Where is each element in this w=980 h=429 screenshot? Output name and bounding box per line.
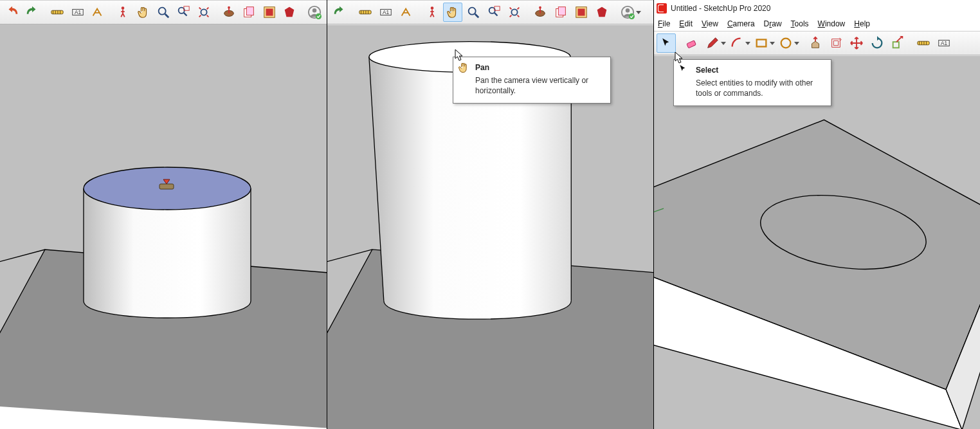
rect-dropdown[interactable] — [770, 34, 775, 52]
zoom-button[interactable] — [464, 3, 483, 22]
select-arrow-icon — [678, 64, 691, 77]
move-button[interactable] — [847, 33, 866, 53]
panel-right: Untitled - SketchUp Pro 2020 File Edit V… — [653, 0, 980, 429]
pan-hand-icon — [457, 61, 470, 74]
arc-dropdown[interactable] — [745, 34, 750, 52]
zoom-button[interactable] — [154, 3, 172, 22]
toolbar-large — [0, 0, 327, 24]
push-pull-button[interactable] — [806, 33, 825, 53]
pan-button[interactable] — [134, 3, 152, 22]
dimension-button[interactable] — [376, 3, 395, 22]
panel-middle: Pan Pan the camera view vertically or ho… — [327, 0, 653, 429]
tooltip-body: Select entities to modify with other too… — [696, 78, 824, 98]
text-label-button[interactable] — [397, 3, 416, 22]
zoom-extents-button[interactable] — [505, 3, 524, 22]
tooltip-title: Pan — [475, 62, 604, 73]
window-title: Untitled - SketchUp Pro 2020 — [671, 4, 770, 13]
menu-draw[interactable]: Draw — [764, 19, 782, 28]
menu-help[interactable]: Help — [854, 19, 870, 28]
menu-view[interactable]: View — [702, 19, 718, 28]
tooltip-title: Select — [696, 65, 824, 75]
circle-button[interactable] — [776, 33, 795, 53]
offset-button[interactable] — [826, 33, 846, 53]
viewport-3[interactable]: Select Select entities to modify with ot… — [654, 55, 980, 429]
zoom-window-button[interactable] — [174, 3, 193, 22]
zoom-extents-button[interactable] — [194, 3, 213, 22]
style-button[interactable] — [572, 3, 591, 22]
toolbar-large-2 — [327, 0, 653, 24]
pencil-dropdown[interactable] — [721, 34, 726, 52]
account-dropdown-caret[interactable] — [636, 3, 641, 21]
app-icon — [657, 3, 667, 14]
window-titlebar: Untitled - SketchUp Pro 2020 — [654, 0, 980, 17]
pencil-button[interactable] — [703, 33, 722, 53]
pages-button[interactable] — [240, 3, 259, 22]
viewport-2[interactable]: Pan Pan the camera view vertically or ho… — [327, 24, 653, 429]
walk-button[interactable] — [422, 3, 442, 22]
eraser-button[interactable] — [682, 33, 702, 53]
user-account-button[interactable] — [305, 3, 324, 22]
menu-bar: File Edit View Camera Draw Tools Window … — [654, 17, 980, 31]
pan-button[interactable] — [443, 3, 462, 22]
menu-camera[interactable]: Camera — [727, 19, 755, 28]
tooltip-select: Select Select entities to modify with ot… — [673, 59, 831, 106]
tooltip-body: Pan the camera view vertically or horizo… — [475, 75, 604, 96]
rotate-button[interactable] — [867, 33, 887, 53]
walk-button[interactable] — [114, 3, 132, 22]
toolbar-principal — [654, 31, 980, 55]
circle-dropdown[interactable] — [794, 34, 799, 52]
geo-location-button[interactable] — [531, 3, 550, 22]
arc-button[interactable] — [727, 33, 747, 53]
geo-location-button[interactable] — [219, 3, 238, 22]
select-button[interactable] — [657, 33, 676, 53]
menu-file[interactable]: File — [658, 19, 670, 28]
svg-rect-23 — [159, 184, 174, 189]
scale-button[interactable] — [888, 33, 907, 53]
pages-button[interactable] — [551, 3, 570, 22]
ruby-button[interactable] — [280, 3, 298, 22]
user-account-button[interactable] — [618, 3, 637, 22]
undo-button[interactable] — [3, 3, 21, 22]
text-label-button[interactable] — [88, 3, 107, 22]
dimension-button[interactable] — [934, 33, 954, 53]
tape-measure-button[interactable] — [48, 3, 67, 22]
dimension-button[interactable] — [68, 3, 87, 22]
zoom-window-button[interactable] — [484, 3, 504, 22]
tape-measure-button[interactable] — [356, 3, 375, 22]
tooltip-pan: Pan Pan the camera view vertically or ho… — [453, 57, 611, 104]
viewport-1[interactable] — [0, 24, 327, 429]
ruby-button[interactable] — [592, 3, 612, 22]
menu-tools[interactable]: Tools — [791, 19, 809, 28]
rectangle-button[interactable] — [752, 33, 771, 53]
menu-window[interactable]: Window — [818, 19, 846, 28]
menu-edit[interactable]: Edit — [679, 19, 693, 28]
tape-measure-button[interactable] — [914, 33, 933, 53]
panel-left — [0, 0, 327, 429]
redo-button[interactable] — [23, 3, 41, 22]
style-button[interactable] — [260, 3, 278, 22]
redo-button[interactable] — [330, 3, 349, 22]
